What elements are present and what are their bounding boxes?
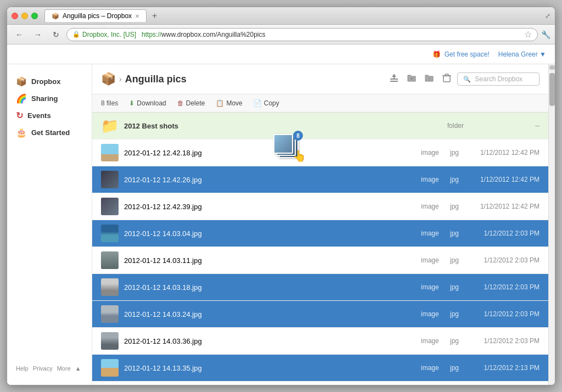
sidebar-item-dropbox[interactable]: 📦 Dropbox [7,73,92,90]
sidebar-item-get-started[interactable]: 🎂 Get Started [7,124,92,141]
table-row[interactable]: 2012-01-12 14.03.11.jpg image jpg 1/12/2… [92,247,548,274]
forward-btn[interactable]: → [30,28,46,41]
copy-label: Copy [264,99,279,107]
file-meta: image jpg 1/12/2012 2:03 PM [386,337,539,345]
tab-favicon: 📦 [52,13,59,20]
table-row[interactable]: 📁 2012 Best shots folder -- [92,113,548,139]
table-row[interactable]: 2012-01-12 12.42.39.jpg image jpg 1/12/2… [92,193,548,220]
sidebar: 📦 Dropbox 🌈 Sharing ↻ Events 🎂 Get Start… [7,64,92,385]
svg-text:+: + [411,77,413,81]
file-type: image [421,337,446,345]
tools-btn[interactable]: 🔧 [541,30,550,39]
address-bar[interactable]: 🔒 Dropbox, Inc. [US] https://www.dropbox… [66,28,538,41]
file-name: 2012-01-12 14.03.36.jpg [124,337,386,345]
back-btn[interactable]: ← [12,28,27,41]
folder-icon: 📁 [101,117,119,135]
file-meta: image jpg 1/12/2012 2:03 PM [386,229,539,237]
search-input[interactable]: 🔍 Search Dropbox [457,72,539,86]
file-name: 2012-01-12 14.03.11.jpg [124,256,386,265]
content-area: 📦 › Anguilla pics + ↑ [92,64,548,385]
file-ext: jpg [450,283,464,291]
active-tab[interactable]: 📦 Anguilla pics – Dropbox ✕ [44,9,147,22]
tab-bar: 📦 Anguilla pics – Dropbox ✕ + [44,9,545,22]
share-folder-btn[interactable]: ↑ [422,71,436,87]
footer-privacy[interactable]: Privacy [33,365,53,372]
move-icon: 📋 [216,99,224,107]
delete-toolbar-icon: 🗑 [177,99,184,107]
user-menu[interactable]: Helena Greer ▼ [498,51,546,58]
file-thumbnail [101,278,119,296]
upload-btn[interactable] [387,71,401,87]
promo-text: Get free space! [445,51,490,58]
file-type: image [421,364,446,372]
tab-close-btn[interactable]: ✕ [135,13,139,19]
new-folder-btn[interactable]: + [404,71,419,87]
file-name: 2012-01-12 14.03.24.jpg [124,310,386,318]
file-date: 1/12/2012 2:03 PM [468,337,539,345]
breadcrumb: 📦 › Anguilla pics [101,72,187,86]
dropbox-icon: 📦 [16,76,27,87]
scroll-up-btn[interactable] [549,65,555,70]
scrollbar-track[interactable] [548,64,555,385]
file-thumbnail [101,225,119,242]
traffic-lights [12,13,38,19]
user-name: Helena Greer [498,51,538,58]
breadcrumb-dropbox-icon[interactable]: 📦 [101,72,116,86]
table-row[interactable]: 2012-01-12 12.42.26.jpg image jpg 1/12/2… [92,166,548,193]
file-type: image [421,149,446,156]
table-row[interactable]: 2012-01-12 14.03.18.jpg image jpg 1/12/2… [92,274,548,301]
breadcrumb-arrow: › [119,75,122,83]
page-title: Anguilla pics [125,74,187,85]
file-type: image [421,203,446,210]
promo-link[interactable]: 🎁 Get free space! [432,51,489,58]
file-meta: image jpg 1/12/2012 12:42 PM [386,176,539,183]
sidebar-label-sharing: Sharing [31,94,58,103]
maximize-window-btn[interactable] [31,13,38,19]
table-row[interactable]: 2012-01-12 14.03.04.jpg image jpg 1/12/2… [92,220,548,247]
new-tab-btn[interactable]: + [149,11,160,21]
table-row[interactable]: 2012-01-12 14.03.36.jpg image jpg 1/12/2… [92,328,548,355]
footer-more[interactable]: More [57,365,71,372]
table-row[interactable]: 2012-01-12 14.13.35.jpg image jpg 1/12/2… [92,355,548,382]
delete-toolbar-btn[interactable]: 🗑 Delete [173,98,210,109]
download-btn[interactable]: ⬇ Download [125,98,170,109]
close-window-btn[interactable] [12,13,18,19]
table-row[interactable]: 2012-01-12 12.42.18.jpg image jpg 1/12/2… [92,139,548,166]
copy-btn[interactable]: 📄 Copy [249,98,284,109]
sidebar-item-events[interactable]: ↻ Events [7,107,92,124]
browser-window: 📦 Anguilla pics – Dropbox ✕ + ⤢ ← → ↻ 🔒 … [7,7,555,385]
file-type: image [421,310,446,318]
minimize-window-btn[interactable] [21,13,28,19]
copy-icon: 📄 [254,99,262,107]
refresh-btn[interactable]: ↻ [49,28,63,41]
file-meta: image jpg 1/12/2012 2:03 PM [386,283,539,291]
table-row[interactable]: 2012-01-12 14.03.24.jpg image jpg 1/12/2… [92,301,548,328]
move-btn[interactable]: 📋 Move [211,98,246,109]
content-header: 📦 › Anguilla pics + ↑ [92,64,548,94]
window-expand-btn[interactable]: ⤢ [545,12,550,20]
file-meta: image jpg 1/12/2012 12:42 PM [386,149,539,156]
file-meta: folder -- [386,122,539,130]
file-date: 1/12/2012 2:03 PM [468,283,539,291]
file-date: 1/12/2012 12:42 PM [468,149,539,156]
footer-help[interactable]: Help [16,365,29,372]
scrollbar-thumb[interactable] [549,73,555,106]
file-ext: jpg [450,310,464,318]
table-row[interactable]: 2012-01-12 14.13.44.jpg image jpg 1/12/2… [92,382,548,385]
file-count: 8 files [101,99,118,107]
file-type: image [421,229,446,237]
tab-title: Anguilla pics – Dropbox [63,12,132,20]
delete-btn[interactable] [440,71,454,87]
download-icon: ⬇ [129,99,134,107]
nav-bar: ← → ↻ 🔒 Dropbox, Inc. [US] https://www.d… [7,25,555,44]
file-meta: image jpg 1/12/2012 12:42 PM [386,203,539,210]
file-thumbnail [101,198,119,215]
file-ext: jpg [450,229,464,237]
file-ext: jpg [450,256,464,264]
bookmark-btn[interactable]: ☆ [524,29,532,40]
sidebar-item-sharing[interactable]: 🌈 Sharing [7,90,92,107]
main-layout: 📦 Dropbox 🌈 Sharing ↻ Events 🎂 Get Start… [7,64,555,385]
svg-text:↑: ↑ [428,77,430,81]
file-date: 1/12/2012 2:03 PM [468,256,539,264]
search-placeholder: Search Dropbox [475,75,522,83]
